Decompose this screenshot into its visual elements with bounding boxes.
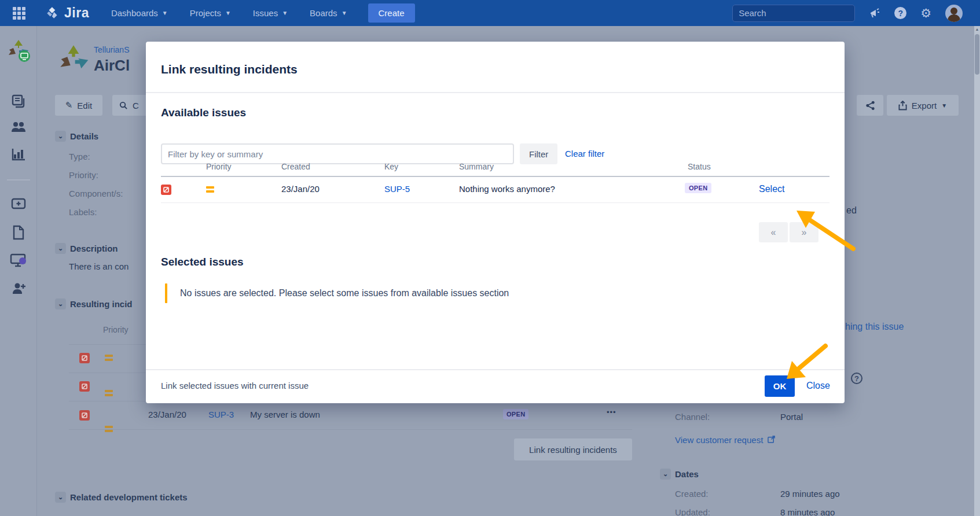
jira-wordmark: Jira: [64, 5, 89, 21]
chevron-down-icon: ▼: [282, 10, 288, 16]
dialog-header-divider: [146, 92, 845, 93]
bg-row-key-link[interactable]: SUP-3: [208, 410, 234, 419]
watch-issue-link-fragment[interactable]: hing this issue: [845, 322, 904, 332]
incident-type-icon: [79, 381, 90, 392]
share-button[interactable]: [857, 95, 883, 116]
page-scrollbar[interactable]: ▲: [974, 26, 980, 516]
incident-type-icon: [79, 353, 90, 363]
top-navbar: Jira Dashboards▼ Projects▼ Issues▼ Board…: [0, 0, 980, 26]
field-label-labels: Labels:: [69, 207, 97, 217]
customers-icon[interactable]: [10, 120, 27, 137]
footer-note: Link selected issues with current issue: [161, 381, 309, 390]
warning-bar-icon: [165, 283, 167, 303]
channel-value: Portal: [780, 412, 803, 422]
pencil-icon: ✎: [65, 100, 73, 110]
description-collapse-icon[interactable]: ⌄: [55, 243, 66, 254]
edit-button[interactable]: ✎ Edit: [55, 95, 102, 116]
help-circle-icon[interactable]: ?: [851, 373, 862, 384]
magnifier-icon: [119, 101, 128, 110]
bg-row-created: 23/Jan/20: [148, 410, 186, 419]
col-status: Status: [688, 162, 711, 171]
jira-mark-icon: [45, 6, 60, 21]
next-page-button[interactable]: »: [790, 222, 818, 242]
col-priority: Priority: [206, 162, 232, 171]
settings-gear-icon[interactable]: ⚙: [920, 6, 931, 20]
dates-heading: Dates: [675, 469, 699, 479]
app-switcher-icon[interactable]: [13, 7, 25, 20]
close-link[interactable]: Close: [806, 381, 830, 391]
nav-menu-boards[interactable]: Boards▼: [310, 8, 347, 18]
created-label: Created:: [675, 489, 709, 499]
bg-row-summary: My server is down: [250, 410, 320, 419]
incident-type-icon: [79, 410, 90, 421]
pagination: « »: [759, 222, 818, 242]
created-value: 29 minutes ago: [780, 489, 840, 499]
col-created: Created: [281, 162, 310, 171]
jira-issue-page: Jira Dashboards▼ Projects▼ Issues▼ Board…: [0, 0, 980, 516]
project-sidebar: [0, 26, 37, 516]
chevron-down-icon: ▼: [225, 10, 231, 16]
description-text: There is an con: [69, 261, 146, 271]
link-resulting-incidents-button[interactable]: Link resulting incidents: [514, 438, 632, 460]
document-icon[interactable]: [12, 225, 25, 242]
channel-label: Channel:: [675, 412, 710, 422]
field-label-components: Component/s:: [69, 189, 123, 198]
resulting-incidents-collapse-icon[interactable]: ⌄: [55, 298, 66, 309]
nav-menu-dashboards[interactable]: Dashboards▼: [111, 8, 168, 18]
dialog-footer-divider: [146, 369, 845, 370]
search-input[interactable]: [739, 8, 854, 18]
external-link-icon: [768, 436, 775, 443]
global-search[interactable]: [732, 5, 855, 22]
row-key-link[interactable]: SUP-5: [384, 184, 410, 194]
scrollbar-thumb[interactable]: [975, 34, 979, 75]
updated-label: Updated:: [675, 507, 710, 516]
status-badge: OPEN: [685, 183, 711, 193]
dates-collapse-icon[interactable]: ⌄: [660, 469, 671, 480]
export-button[interactable]: Export ▼: [887, 95, 959, 116]
breadcrumb[interactable]: TellurianS: [94, 45, 145, 54]
invite-person-icon[interactable]: [11, 282, 26, 298]
empty-selection-message: No issues are selected. Please select so…: [165, 283, 509, 303]
create-button[interactable]: Create: [368, 3, 415, 23]
reports-icon[interactable]: [11, 148, 26, 164]
row-more-options-icon[interactable]: •••: [607, 408, 616, 417]
project-avatar: [57, 42, 90, 75]
jira-logo[interactable]: Jira: [45, 5, 89, 21]
related-tickets-collapse-icon[interactable]: ⌄: [55, 492, 66, 503]
previous-page-button[interactable]: «: [759, 222, 788, 242]
share-icon: [865, 101, 875, 110]
chevron-down-icon: ▼: [342, 10, 347, 16]
priority-medium-icon: [206, 186, 214, 193]
available-issues-heading: Available issues: [161, 106, 246, 119]
nav-menu-issues[interactable]: Issues▼: [253, 8, 288, 18]
user-avatar[interactable]: [945, 5, 963, 22]
clipped-text-fragment: ed: [846, 205, 857, 216]
view-customer-request-link[interactable]: View customer request: [675, 435, 775, 445]
help-icon[interactable]: ?: [894, 7, 906, 19]
announcements-icon[interactable]: [869, 8, 880, 19]
bg-status-badge: OPEN: [503, 409, 528, 419]
scroll-up-icon[interactable]: ▲: [974, 27, 980, 31]
raise-request-icon[interactable]: [11, 198, 26, 212]
row-summary: Nothing works anymore?: [459, 184, 555, 194]
table-row-divider: [161, 202, 829, 203]
select-issue-link[interactable]: Select: [759, 184, 784, 194]
project-avatar-small[interactable]: [6, 38, 31, 65]
col-key: Key: [384, 162, 398, 171]
priority-medium-icon: [105, 355, 113, 362]
page-title: AirCl: [94, 57, 145, 75]
description-heading: Description: [70, 244, 118, 253]
nav-menu-projects[interactable]: Projects▼: [190, 8, 231, 18]
queues-icon[interactable]: [11, 94, 26, 111]
related-tickets-heading: Related development tickets: [70, 492, 188, 502]
resulting-incidents-heading: Resulting incid: [70, 299, 146, 309]
col-summary: Summary: [459, 162, 494, 171]
sidebar-divider: [7, 179, 30, 180]
issues-table-header: Priority Created Key Summary Status: [161, 157, 829, 176]
link-resulting-incidents-dialog: Link resulting incidents Available issue…: [146, 42, 845, 403]
details-collapse-icon[interactable]: ⌄: [55, 131, 66, 142]
bg-table-priority-header: Priority: [103, 325, 129, 334]
field-label-type: Type:: [69, 152, 90, 161]
monitor-widget-icon[interactable]: [10, 253, 27, 270]
ok-button[interactable]: OK: [765, 375, 795, 397]
